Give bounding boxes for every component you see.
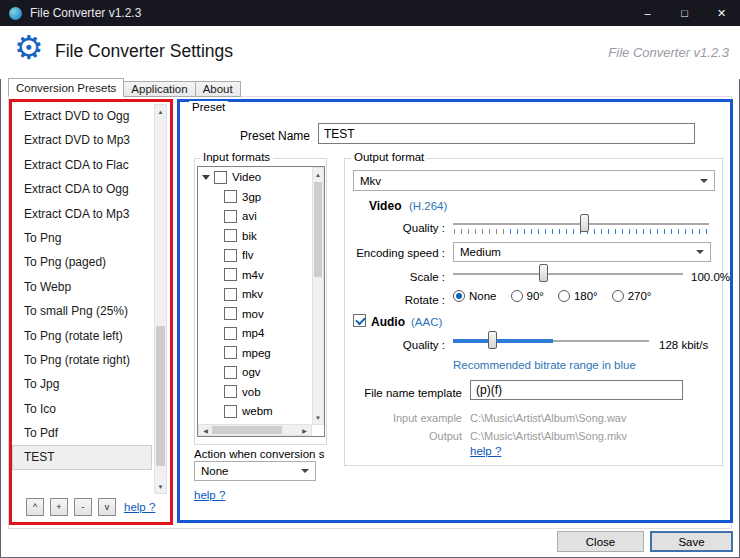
preset-list: Extract DVD to Ogg Extract DVD to Mp3 Ex…	[12, 104, 152, 470]
preset-list-item[interactable]: Extract DVD to Ogg	[12, 104, 152, 128]
format-checkbox[interactable]	[224, 366, 237, 379]
close-icon[interactable]: ✕	[703, 0, 740, 26]
preset-list-item[interactable]: To Png (paged)	[12, 250, 152, 274]
tree-item-format[interactable]: avi	[198, 207, 324, 227]
scroll-left-icon[interactable]: ◀	[199, 425, 212, 435]
preset-list-item[interactable]: Extract CDA to Mp3	[12, 202, 152, 226]
format-checkbox[interactable]	[224, 307, 237, 320]
tree-item-format[interactable]: m4v	[198, 265, 324, 285]
tree-expander-icon[interactable]	[202, 175, 210, 180]
tree-item-format[interactable]: mov	[198, 304, 324, 324]
preset-list-item[interactable]: Extract CDA to Flac	[12, 153, 152, 177]
action-combobox[interactable]: None	[194, 461, 316, 481]
scroll-down-icon[interactable]: ▼	[155, 480, 166, 493]
output-help-link[interactable]: help ?	[470, 445, 501, 457]
preset-list-item[interactable]: To Ico	[12, 397, 152, 421]
output-example-label: Output	[345, 429, 462, 443]
tree-item-label: mkv	[242, 288, 263, 300]
tree-item-format[interactable]: mp4	[198, 324, 324, 344]
scroll-right-icon[interactable]: ▶	[298, 425, 311, 435]
encoding-speed-value: Medium	[460, 246, 501, 258]
file-name-template-input[interactable]	[470, 380, 683, 400]
preset-list-item[interactable]: To Webp	[12, 275, 152, 299]
rotate-option-none[interactable]: None	[453, 290, 497, 302]
gear-icon: ⚙	[14, 28, 44, 68]
video-group-checkbox[interactable]	[214, 171, 227, 184]
move-up-button[interactable]: ^	[26, 498, 44, 516]
encoding-speed-combobox[interactable]: Medium	[453, 242, 711, 262]
format-checkbox[interactable]	[224, 268, 237, 281]
tab-conversion-presets[interactable]: Conversion Presets	[8, 78, 124, 97]
format-checkbox[interactable]	[224, 229, 237, 242]
rotate-option-90[interactable]: 90°	[511, 290, 544, 302]
slider-thumb[interactable]	[580, 214, 589, 232]
tree-item-format[interactable]: ogv	[198, 363, 324, 383]
slider-thumb[interactable]	[539, 264, 548, 282]
add-preset-button[interactable]: +	[50, 498, 68, 516]
preset-list-item[interactable]: TEST	[12, 445, 152, 469]
preset-list-item[interactable]: To small Png (25%)	[12, 299, 152, 323]
preset-list-scrollbar[interactable]: ▲ ▼	[154, 104, 167, 494]
action-value: None	[201, 465, 229, 477]
preset-list-item[interactable]: Extract CDA to Ogg	[12, 177, 152, 201]
format-checkbox[interactable]	[224, 210, 237, 223]
close-settings-button[interactable]: Close	[557, 531, 644, 552]
tree-item-format[interactable]: mpeg	[198, 343, 324, 363]
format-checkbox[interactable]	[224, 327, 237, 340]
preset-name-input[interactable]	[318, 123, 695, 144]
tree-vertical-scrollbar[interactable]: ▲ ▼	[312, 167, 324, 425]
move-down-button[interactable]: v	[98, 498, 116, 516]
save-button[interactable]: Save	[650, 531, 733, 552]
action-help-link[interactable]: help ?	[194, 489, 225, 501]
radio-icon	[612, 290, 624, 302]
audio-quality-slider[interactable]	[453, 330, 649, 352]
tree-item-format[interactable]: bik	[198, 226, 324, 246]
tree-item-format[interactable]: flv	[198, 246, 324, 266]
tab-application[interactable]: Application	[123, 81, 195, 97]
format-checkbox[interactable]	[224, 405, 237, 418]
minimize-button[interactable]: –	[629, 0, 666, 26]
scrollbar-thumb[interactable]	[314, 182, 322, 277]
tree-item-format[interactable]: 3gp	[198, 187, 324, 207]
preset-list-item[interactable]: Extract DVD to Mp3	[12, 128, 152, 152]
input-example-value: C:\Music\Artist\Album\Song.wav	[470, 411, 627, 425]
format-checkbox[interactable]	[224, 249, 237, 262]
remove-preset-button[interactable]: -	[74, 498, 92, 516]
preset-list-item[interactable]: To Png (rotate right)	[12, 348, 152, 372]
tree-item-format[interactable]: vob	[198, 382, 324, 402]
output-format-combobox[interactable]: Mkv	[353, 170, 715, 191]
scroll-up-icon[interactable]: ▲	[313, 168, 323, 181]
file-name-template-label: File name template	[345, 386, 462, 400]
scale-slider[interactable]	[453, 263, 683, 285]
slider-thumb[interactable]	[488, 331, 497, 349]
tab-about[interactable]: About	[195, 81, 241, 97]
encoding-speed-label: Encoding speed :	[345, 246, 445, 260]
tree-item-label: Video	[232, 171, 261, 183]
rotate-option-180[interactable]: 180°	[558, 290, 598, 302]
scroll-up-icon[interactable]: ▲	[155, 105, 166, 118]
tree-item-video[interactable]: Video	[198, 167, 324, 187]
maximize-button[interactable]: □	[666, 0, 703, 26]
tree-item-label: webm	[242, 405, 273, 417]
tree-item-format[interactable]: mkv	[198, 285, 324, 305]
preset-list-item[interactable]: To Pdf	[12, 421, 152, 445]
presets-help-link[interactable]: help ?	[124, 501, 155, 513]
format-checkbox[interactable]	[224, 190, 237, 203]
video-quality-slider[interactable]	[453, 213, 709, 235]
tree-horizontal-scrollbar[interactable]: ◀ ▶	[198, 424, 312, 436]
format-checkbox[interactable]	[224, 346, 237, 359]
format-checkbox[interactable]	[224, 385, 237, 398]
audio-checkbox[interactable]	[353, 314, 366, 327]
scroll-down-icon[interactable]: ▼	[313, 411, 323, 424]
format-checkbox[interactable]	[224, 288, 237, 301]
preset-list-item[interactable]: To Png (rotate left)	[12, 324, 152, 348]
preset-list-item[interactable]: To Png	[12, 226, 152, 250]
rotate-option-270[interactable]: 270°	[612, 290, 652, 302]
preset-list-item[interactable]: To Jpg	[12, 372, 152, 396]
recommended-range-bar	[453, 339, 553, 343]
video-quality-label: Quality :	[345, 221, 445, 235]
header: ⚙ File Converter Settings File Converter…	[0, 26, 740, 79]
scrollbar-thumb[interactable]	[212, 426, 282, 434]
scrollbar-thumb[interactable]	[156, 326, 165, 466]
tree-item-format[interactable]: webm	[198, 402, 324, 422]
